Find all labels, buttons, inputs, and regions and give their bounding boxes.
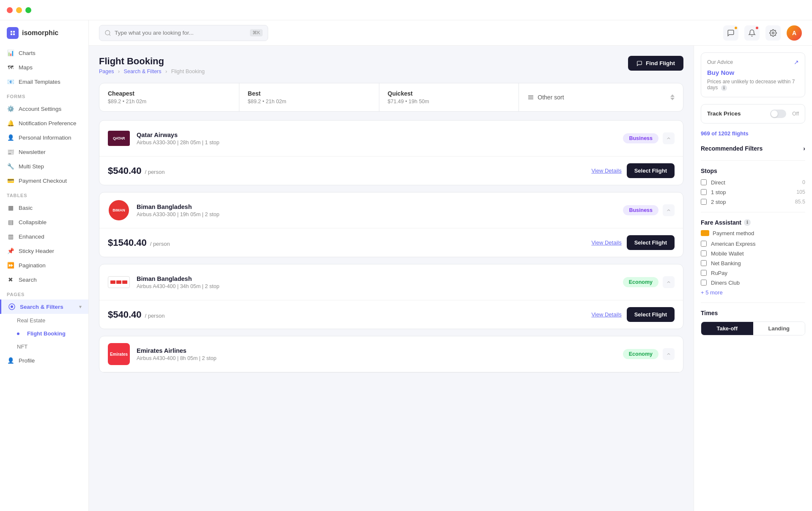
content-main: Flight Booking Pages › Search & Filters … [89, 46, 694, 511]
sidebar-item-charts[interactable]: 📊 Charts [0, 46, 88, 60]
chevron-up-icon [666, 352, 671, 357]
sidebar-sub-real-estate[interactable]: Real Estate [0, 314, 88, 327]
rupay-label: RuPay [711, 270, 805, 276]
mobile-wallet-checkbox[interactable] [701, 250, 707, 256]
more-link[interactable]: + 5 more [701, 289, 805, 296]
sidebar-sub-flight-booking[interactable]: Flight Booking [0, 327, 88, 340]
flights-total-link[interactable]: 1202 flights [718, 130, 749, 137]
airline-sub: Airbus A330-300 | 19h 05m | 2 stop [137, 212, 623, 217]
collapse-icon: ▤ [7, 218, 14, 226]
tab-quickest[interactable]: Quickest $71.49 • 19h 50m [379, 83, 519, 111]
breadcrumb-search-filters[interactable]: Search & Filters [124, 69, 162, 74]
1stop-checkbox[interactable] [701, 189, 707, 195]
sidebar-item-email-templates[interactable]: 📧 Email Templates [0, 74, 88, 89]
sidebar-item-pagination[interactable]: ⏩ Pagination [0, 258, 88, 272]
fare-assistant: Fare Assistant ℹ Payment method American… [701, 219, 805, 296]
track-prices-row: Track Prices Off [701, 104, 805, 124]
tab-other-sort[interactable]: Other sort [519, 94, 683, 101]
sidebar-item-label: Collapsible [19, 219, 47, 225]
2stop-checkbox[interactable] [701, 199, 707, 205]
notifications-badge [755, 26, 759, 30]
rupay-checkbox[interactable] [701, 270, 707, 276]
recommended-filters-row[interactable]: Recommended Filters › [701, 143, 805, 154]
2stop-label: 2 stop [711, 199, 791, 205]
select-flight-button[interactable]: Select Flight [627, 307, 675, 322]
tab-quickest-sub: $71.49 • 19h 50m [388, 99, 510, 104]
tab-cheapest[interactable]: Cheapest $89.2 • 21h 02m [99, 83, 239, 111]
times-tab-takeoff[interactable]: Take-off [701, 322, 753, 335]
sidebar-item-notification-preference[interactable]: 🔔 Notification Preference [0, 116, 88, 130]
svg-point-2 [105, 30, 110, 35]
advice-title: Our Advice [707, 59, 733, 65]
net-banking-checkbox[interactable] [701, 260, 707, 266]
amex-label: American Express [711, 241, 805, 247]
view-details-link[interactable]: View Details [591, 168, 621, 174]
net-banking-label: Net Banking [711, 260, 805, 266]
fare-assistant-label: Fare Assistant [701, 219, 741, 226]
sidebar-sub-nft[interactable]: NFT [0, 340, 88, 353]
collapse-button[interactable] [663, 204, 675, 216]
select-flight-button[interactable]: Select Flight [627, 163, 675, 178]
sidebar-item-basic[interactable]: ▦ Basic [0, 201, 88, 215]
collapse-button[interactable] [663, 276, 675, 288]
sort-tabs: Cheapest $89.2 • 21h 02m Best $89.2 • 21… [99, 83, 683, 112]
notifications-button[interactable] [744, 25, 760, 41]
sidebar-item-search-filters[interactable]: Search & Filters ▾ [0, 299, 88, 314]
view-details-link[interactable]: View Details [591, 311, 621, 318]
map-icon: 🗺 [7, 63, 14, 71]
flight-card-emirates: Emirates Emirates Airlines Airbus A430-4… [99, 336, 683, 373]
aircraft: Airbus A330-300 [137, 212, 176, 217]
qatar-logo: QATAR [108, 127, 130, 149]
fare-assistant-info-icon[interactable]: ℹ [744, 219, 751, 226]
sidebar-item-label: Enhanced [19, 234, 44, 240]
search-input[interactable] [115, 30, 247, 36]
sidebar-item-maps[interactable]: 🗺 Maps [0, 60, 88, 74]
amex-checkbox[interactable] [701, 241, 707, 247]
advice-description: Prices are unlikely to decrease within 7… [707, 79, 799, 91]
buy-now-label[interactable]: Buy Now [707, 69, 799, 76]
mobile-wallet-label: Mobile Wallet [711, 250, 805, 257]
sticky-icon: 📌 [7, 247, 14, 255]
view-details-link[interactable]: View Details [591, 239, 621, 246]
breadcrumb-pages[interactable]: Pages [99, 69, 114, 74]
avatar[interactable]: A [787, 25, 802, 41]
sidebar-item-label: Sticky Header [19, 248, 54, 254]
tab-best[interactable]: Best $89.2 • 21h 02m [239, 83, 379, 111]
settings-button[interactable] [765, 25, 781, 41]
diners-club-label: Diners Club [711, 280, 805, 286]
messages-button[interactable] [723, 25, 738, 41]
find-flight-button[interactable]: Find Flight [628, 56, 683, 71]
tab-quickest-label: Quickest [388, 90, 510, 97]
sidebar-item-payment-checkout[interactable]: 💳 Payment Checkout [0, 173, 88, 188]
sidebar-item-profile[interactable]: 👤 Profile [0, 353, 88, 368]
pages-section-label: PAGES [0, 287, 88, 299]
minimize-dot[interactable] [16, 7, 22, 13]
sidebar-item-enhanced[interactable]: ▥ Enhanced [0, 229, 88, 244]
times-tab-landing[interactable]: Landing [753, 322, 805, 335]
direct-checkbox[interactable] [701, 179, 707, 185]
flight-card-biman1: BIMAN Biman Bangladesh Airbus A330-300 |… [99, 192, 683, 257]
sidebar-item-sticky-header[interactable]: 📌 Sticky Header [0, 244, 88, 258]
tab-best-sub: $89.2 • 21h 02m [248, 99, 370, 104]
flight-price: $540.40 [108, 309, 142, 320]
sidebar-item-search[interactable]: ✖ Search [0, 272, 88, 287]
sidebar-item-newsletter[interactable]: 📰 Newsletter [0, 145, 88, 159]
diners-club-checkbox[interactable] [701, 280, 707, 286]
settings-icon: ⚙️ [7, 105, 14, 113]
flight-price-per: / person [145, 313, 165, 319]
close-dot[interactable] [7, 7, 13, 13]
svg-point-3 [772, 32, 774, 34]
sidebar-item-personal-information[interactable]: 👤 Personal Information [0, 130, 88, 145]
sidebar-item-multi-step[interactable]: 🔧 Multi Step [0, 159, 88, 173]
sidebar-item-collapsible[interactable]: ▤ Collapsible [0, 215, 88, 229]
tables-section-label: TABLES [0, 188, 88, 201]
track-prices-toggle[interactable] [770, 110, 786, 118]
sidebar-item-account-settings[interactable]: ⚙️ Account Settings [0, 102, 88, 116]
maximize-dot[interactable] [25, 7, 31, 13]
collapse-button[interactable] [663, 132, 675, 144]
toggle-knob [771, 110, 778, 117]
collapse-button[interactable] [663, 348, 675, 360]
select-flight-button[interactable]: Select Flight [627, 235, 675, 250]
stops-section-title: Stops [701, 168, 805, 174]
aircraft: Airbus A430-400 [137, 355, 176, 361]
